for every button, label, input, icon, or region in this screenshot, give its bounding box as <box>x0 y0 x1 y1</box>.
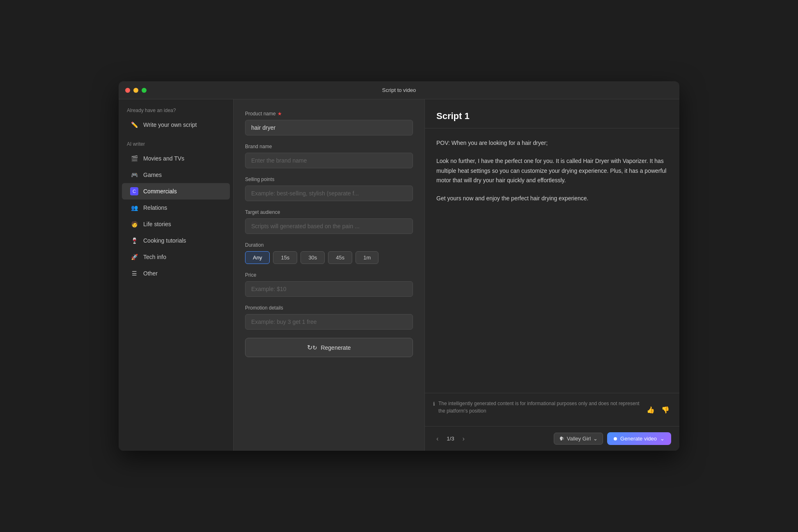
duration-group: Duration Any 15s 30s 45s 1m <box>245 242 413 264</box>
other-icon: ☰ <box>130 269 138 277</box>
generate-chevron-icon: ⌄ <box>660 436 665 442</box>
duration-label: Duration <box>245 242 413 248</box>
voice-chevron-icon: ⌄ <box>593 436 598 442</box>
generate-dot <box>614 437 617 440</box>
script-title: Script 1 <box>436 111 668 122</box>
center-panel: Product name ★ Brand name Selling points… <box>234 99 425 451</box>
price-label: Price <box>245 272 413 278</box>
titlebar: Script to video <box>119 81 679 99</box>
sidebar-item-write-own[interactable]: ✏️ Write your own script <box>122 117 230 133</box>
selling-points-input[interactable] <box>245 186 413 201</box>
close-button[interactable] <box>125 88 130 93</box>
price-input[interactable] <box>245 281 413 297</box>
selling-points-group: Selling points <box>245 177 413 201</box>
product-name-input[interactable] <box>245 120 413 135</box>
price-group: Price <box>245 272 413 297</box>
voice-icon: 🗣 <box>559 436 564 442</box>
generate-video-button[interactable]: Generate video ⌄ <box>607 432 671 445</box>
stories-icon: 🧑 <box>130 220 138 228</box>
right-controls: 🗣 Valley Girl ⌄ Generate video ⌄ <box>554 432 671 445</box>
feedback-buttons: 👍 👎 <box>645 404 671 415</box>
duration-15s[interactable]: 15s <box>273 251 297 264</box>
target-audience-label: Target audience <box>245 209 413 215</box>
script-body: POV: When you are looking for a hair dry… <box>425 128 679 393</box>
sidebar-item-movies[interactable]: 🎬 Movies and TVs <box>122 150 230 167</box>
promotion-label: Promotion details <box>245 305 413 311</box>
sidebar-item-relations[interactable]: 👥 Relations <box>122 200 230 216</box>
app-window: Script to video Already have an idea? ✏️… <box>119 81 679 451</box>
info-icon: ℹ <box>433 400 435 408</box>
promotion-group: Promotion details <box>245 305 413 330</box>
sidebar-tech-label: Tech info <box>143 254 166 260</box>
sidebar-item-other[interactable]: ☰ Other <box>122 265 230 282</box>
commercial-icon: C <box>130 187 138 195</box>
target-audience-group: Target audience <box>245 209 413 234</box>
page-navigation: ‹ 1/3 › <box>433 433 468 444</box>
brand-name-group: Brand name <box>245 144 413 168</box>
regenerate-label: Regenerate <box>321 344 351 351</box>
sidebar-item-tech[interactable]: 🚀 Tech info <box>122 249 230 265</box>
page-indicator: 1/3 <box>447 436 454 442</box>
thumbs-down-button[interactable]: 👎 <box>660 404 671 415</box>
game-icon: 🎮 <box>130 171 138 179</box>
required-indicator: ★ <box>277 111 282 117</box>
sidebar: Already have an idea? ✏️ Write your own … <box>119 99 234 451</box>
thumbs-up-button[interactable]: 👍 <box>645 404 656 415</box>
prev-page-button[interactable]: ‹ <box>433 433 442 444</box>
write-own-label: Write your own script <box>143 122 197 128</box>
next-page-button[interactable]: › <box>459 433 468 444</box>
ai-writer-label: AI writer <box>119 141 233 150</box>
right-panel: Script 1 POV: When you are looking for a… <box>425 99 679 451</box>
fullscreen-button[interactable] <box>142 88 147 93</box>
sidebar-item-life-stories[interactable]: 🧑 Life stories <box>122 216 230 232</box>
disclaimer-text: The intelligently generated content is f… <box>438 400 645 415</box>
pencil-icon: ✏️ <box>130 121 138 129</box>
sidebar-relations-label: Relations <box>143 204 167 211</box>
target-audience-input[interactable] <box>245 218 413 234</box>
film-icon: 🎬 <box>130 154 138 163</box>
sidebar-item-games[interactable]: 🎮 Games <box>122 167 230 183</box>
duration-30s[interactable]: 30s <box>300 251 325 264</box>
window-title: Script to video <box>382 87 416 93</box>
duration-1m[interactable]: 1m <box>355 251 378 264</box>
sidebar-cooking-label: Cooking tutorials <box>143 237 186 244</box>
generate-label: Generate video <box>620 436 657 442</box>
sidebar-other-label: Other <box>143 270 158 277</box>
product-name-group: Product name ★ <box>245 111 413 135</box>
script-paragraph-3: Get yours now and enjoy the perfect hair… <box>436 194 668 204</box>
traffic-lights <box>125 88 147 93</box>
script-header: Script 1 <box>425 99 679 128</box>
sidebar-commercials-label: Commercials <box>143 188 177 195</box>
sidebar-movies-label: Movies and TVs <box>143 155 184 162</box>
script-paragraph-1: POV: When you are looking for a hair dry… <box>436 138 668 148</box>
script-footer: ℹ The intelligently generated content is… <box>425 393 679 426</box>
disclaimer-text-block: ℹ The intelligently generated content is… <box>433 400 645 415</box>
duration-options: Any 15s 30s 45s 1m <box>245 251 413 264</box>
sidebar-item-commercials[interactable]: C Commercials <box>122 183 230 200</box>
sidebar-stories-label: Life stories <box>143 221 171 227</box>
refresh-icon: ↻ <box>307 344 317 351</box>
main-content: Already have an idea? ✏️ Write your own … <box>119 99 679 451</box>
brand-name-label: Brand name <box>245 144 413 149</box>
duration-any[interactable]: Any <box>245 251 270 264</box>
nav-row: ‹ 1/3 › 🗣 Valley Girl ⌄ Generate video ⌄ <box>425 426 679 451</box>
duration-45s[interactable]: 45s <box>328 251 352 264</box>
promotion-input[interactable] <box>245 314 413 330</box>
minimize-button[interactable] <box>133 88 138 93</box>
cooking-icon: 🍷 <box>130 236 138 245</box>
voice-selector[interactable]: 🗣 Valley Girl ⌄ <box>554 433 603 445</box>
brand-name-input[interactable] <box>245 153 413 168</box>
relations-icon: 👥 <box>130 204 138 212</box>
voice-label: Valley Girl <box>567 436 591 442</box>
sidebar-item-cooking[interactable]: 🍷 Cooking tutorials <box>122 232 230 249</box>
tech-icon: 🚀 <box>130 253 138 261</box>
disclaimer-feedback-row: ℹ The intelligently generated content is… <box>433 400 671 420</box>
selling-points-label: Selling points <box>245 177 413 182</box>
product-name-label: Product name ★ <box>245 111 413 117</box>
already-label: Already have an idea? <box>119 108 233 117</box>
sidebar-games-label: Games <box>143 172 162 178</box>
script-paragraph-2: Look no further, I have the perfect one … <box>436 156 668 186</box>
regenerate-button[interactable]: ↻ Regenerate <box>245 338 413 357</box>
